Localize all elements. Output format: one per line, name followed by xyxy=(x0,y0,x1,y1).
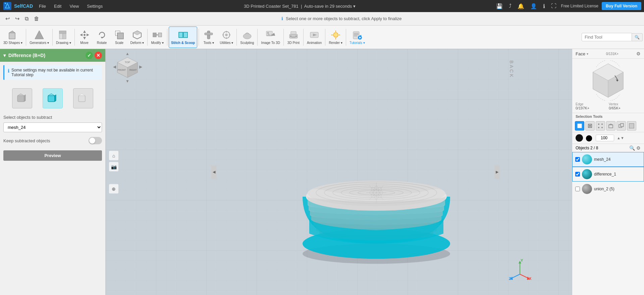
opacity-input[interactable]: 100 xyxy=(596,135,614,141)
compass-button[interactable]: ⊕ xyxy=(109,184,118,193)
cancel-button[interactable]: ✕ xyxy=(95,52,102,59)
settings-gear[interactable]: ⚙ xyxy=(636,51,641,56)
opacity-arrows[interactable]: ▲▼ xyxy=(617,136,624,140)
undo-button[interactable]: ↩ xyxy=(3,14,12,23)
object-row-mesh24[interactable]: mesh_24 xyxy=(572,152,644,167)
svg-point-45 xyxy=(333,33,338,37)
tool-3d-print[interactable]: 3D Print xyxy=(285,27,302,48)
object-row-difference1[interactable]: difference_1 xyxy=(572,167,644,182)
viewport[interactable]: TOP RIGHT FRONT ▲ ▼ ◀ ▶ ⌂ 📷 ⊕ BACK xyxy=(106,49,572,295)
sel-tool-edge[interactable] xyxy=(585,121,595,131)
bell-icon[interactable]: 🔔 xyxy=(516,2,526,10)
buy-full-version-button[interactable]: Buy Full Version xyxy=(602,2,641,10)
edge-section: Edge 0/197K+ xyxy=(576,102,607,110)
sel-tool-lasso[interactable] xyxy=(627,121,636,131)
3d-object xyxy=(282,130,470,272)
right-panel-header: Face ▾ 0/131K+ ⚙ xyxy=(572,49,644,59)
info-icon[interactable]: ℹ xyxy=(542,2,546,10)
object-icons-row xyxy=(0,85,105,112)
share-icon[interactable]: ⤴ xyxy=(507,2,513,10)
tool-scale-label: Scale xyxy=(115,41,123,45)
tool-scale[interactable]: Scale xyxy=(111,27,128,48)
menu-settings[interactable]: Settings xyxy=(85,2,105,10)
tool-render[interactable]: Render ▾ xyxy=(327,27,344,48)
project-title: 3D Printed Coaster Set_781 xyxy=(244,4,299,9)
tool-modify[interactable]: Modify ▾ xyxy=(149,27,166,48)
find-tool-button[interactable]: 🔍 xyxy=(632,33,643,41)
tool-sculpting[interactable]: Sculpting xyxy=(238,27,256,48)
autosave-dropdown[interactable]: ▾ xyxy=(353,4,356,9)
tool-rotate-label: Rotate xyxy=(97,41,107,45)
object-icon-center[interactable] xyxy=(43,88,63,108)
difference1-thumb xyxy=(582,169,592,179)
find-tool-input[interactable] xyxy=(582,33,632,41)
mesh-ball[interactable]: ⬤ xyxy=(586,134,593,142)
confirm-button[interactable]: ✓ xyxy=(86,52,93,59)
tool-stitch-scoop[interactable]: Stitch & Scoop xyxy=(169,27,197,48)
tool-generators[interactable]: Generators ▾ xyxy=(28,27,51,48)
tool-deform[interactable]: Deform ▾ xyxy=(128,27,146,48)
menu-file[interactable]: File xyxy=(37,2,48,10)
svg-point-33 xyxy=(243,34,251,39)
object-icon-left-svg xyxy=(16,92,28,104)
mesh-dropdown[interactable]: mesh_24 xyxy=(3,122,102,132)
mesh24-checkbox[interactable] xyxy=(575,157,580,162)
fullscreen-icon[interactable]: ⛶ xyxy=(550,2,558,10)
preview-button[interactable]: Preview xyxy=(3,150,102,161)
keep-toggle[interactable] xyxy=(89,137,102,144)
mesh24-thumb xyxy=(582,154,592,164)
duplicate-button[interactable]: ⧉ xyxy=(23,14,31,23)
sculpting-icon xyxy=(242,30,253,40)
tool-tools-label: Tools ▾ xyxy=(204,41,214,45)
tool-utilities[interactable]: Utilities ▾ xyxy=(218,27,235,48)
svg-text:Z: Z xyxy=(509,277,511,281)
tool-animation[interactable]: Animation xyxy=(305,27,324,48)
object-row-union2[interactable]: union_2 (5) xyxy=(572,182,644,196)
panel-title-dropdown[interactable]: ▾ xyxy=(3,53,6,58)
object-icon-left[interactable] xyxy=(12,88,32,108)
vertex-edge-face: Edge 0/197K+ Vertex 0/65K+ xyxy=(572,102,644,113)
tool-tools[interactable]: Tools ▾ xyxy=(200,27,217,48)
right-panel: Face ▾ 0/131K+ ⚙ xyxy=(572,49,644,295)
right-panel-toggle[interactable]: ▶ xyxy=(494,165,500,179)
object-icon-right[interactable] xyxy=(73,88,93,108)
tool-generators-label: Generators ▾ xyxy=(30,41,49,45)
home-button[interactable]: ⌂ xyxy=(109,151,118,160)
tool-drawing[interactable]: Drawing ▾ xyxy=(54,27,73,48)
nav-cube[interactable]: TOP RIGHT FRONT ▲ ▼ ◀ ▶ xyxy=(112,52,143,86)
difference1-checkbox[interactable] xyxy=(575,172,580,177)
search-objects-button[interactable]: 🔍 xyxy=(629,145,635,151)
delete-button[interactable]: 🗑 xyxy=(32,14,41,23)
nav-spacer xyxy=(109,173,118,182)
save-icon[interactable]: 💾 xyxy=(495,2,504,10)
warning-icon: ℹ xyxy=(8,68,9,73)
color-swatch[interactable] xyxy=(576,134,583,142)
tool-move[interactable]: Move xyxy=(76,27,93,48)
tool-image-to-3d[interactable]: Image To 3D xyxy=(259,27,282,48)
logo[interactable]: SelfCAD xyxy=(3,1,33,11)
sel-tool-vertex[interactable] xyxy=(596,121,605,131)
sel-tool-obj[interactable] xyxy=(606,121,615,131)
menu-view[interactable]: View xyxy=(67,2,81,10)
svg-rect-112 xyxy=(578,124,582,128)
left-panel-toggle[interactable]: ◀ xyxy=(211,165,217,179)
tool-3d-shapes[interactable]: 3D Shapes ▾ xyxy=(1,27,24,48)
face-dropdown-arrow[interactable]: ▾ xyxy=(587,52,588,56)
objects-settings-button[interactable]: ⚙ xyxy=(636,145,641,151)
camera-button[interactable]: 📷 xyxy=(109,162,118,171)
redo-button[interactable]: ↪ xyxy=(13,14,21,23)
menu-edit[interactable]: Edit xyxy=(52,2,63,10)
tool-tutorials[interactable]: Tutorials ▾ xyxy=(347,27,367,48)
scale-icon xyxy=(114,30,125,40)
tool-rotate[interactable]: Rotate xyxy=(94,27,110,48)
sel-tool-face[interactable] xyxy=(575,121,584,131)
coaster-svg xyxy=(282,130,470,271)
left-panel: ▾ Difference (B+D) ✓ ✕ ℹ Some settings m… xyxy=(0,49,106,295)
user-icon[interactable]: 👤 xyxy=(529,2,538,10)
vertex-section: Vertex 0/65K+ xyxy=(609,102,641,110)
drawing-icon xyxy=(58,30,69,40)
sel-tool-multi[interactable] xyxy=(616,121,626,131)
face-select[interactable]: Face ▾ xyxy=(576,51,588,56)
svg-point-35 xyxy=(267,32,269,34)
union2-checkbox[interactable] xyxy=(575,187,580,191)
